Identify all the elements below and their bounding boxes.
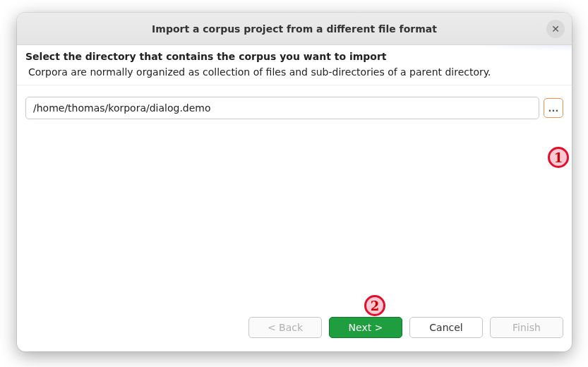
browse-button[interactable]: ... [544,98,563,118]
finish-button: Finish [490,317,563,338]
cancel-button[interactable]: Cancel [409,317,483,338]
ellipsis-icon: ... [548,103,559,114]
dialog-title: Import a corpus project from a different… [152,23,437,35]
wizard-body: ... [17,85,572,325]
page-title: Select the directory that contains the c… [25,51,563,62]
next-button[interactable]: Next > [329,317,402,338]
wizard-footer: < Back Next > Cancel Finish [17,313,572,351]
directory-row: ... [25,97,563,119]
back-button: < Back [248,317,322,338]
close-icon: ✕ [551,23,560,35]
titlebar: Import a corpus project from a different… [17,13,572,45]
close-button[interactable]: ✕ [546,20,565,38]
import-wizard-dialog: Import a corpus project from a different… [17,13,572,351]
directory-path-input[interactable] [25,97,539,119]
page-description: Corpora are normally organized as collec… [25,66,563,78]
wizard-header: Select the directory that contains the c… [17,45,572,85]
